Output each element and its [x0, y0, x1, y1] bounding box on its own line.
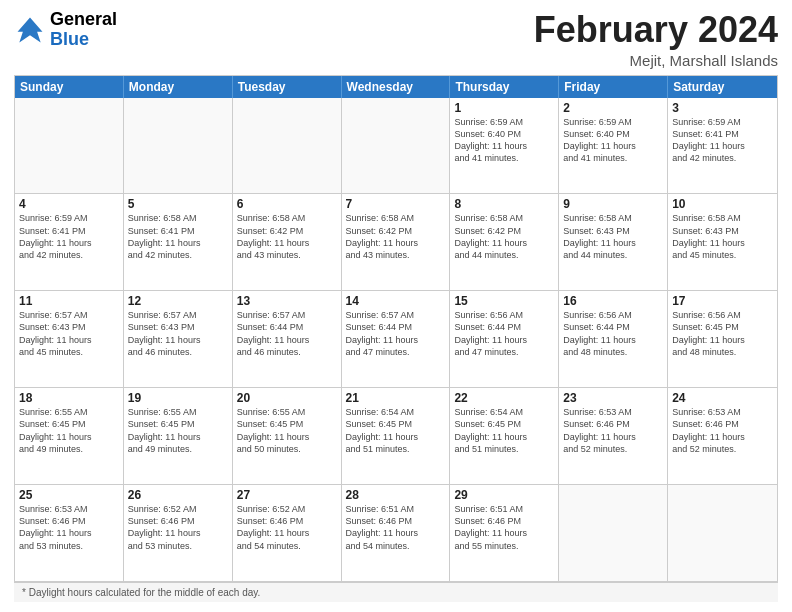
day-detail: Sunrise: 6:54 AM Sunset: 6:45 PM Dayligh… [454, 406, 554, 455]
calendar-day-23: 23Sunrise: 6:53 AM Sunset: 6:46 PM Dayli… [559, 388, 668, 484]
day-number: 11 [19, 294, 119, 308]
day-detail: Sunrise: 6:55 AM Sunset: 6:45 PM Dayligh… [19, 406, 119, 455]
day-detail: Sunrise: 6:56 AM Sunset: 6:44 PM Dayligh… [454, 309, 554, 358]
day-number: 10 [672, 197, 773, 211]
day-detail: Sunrise: 6:58 AM Sunset: 6:42 PM Dayligh… [454, 212, 554, 261]
calendar-day-5: 5Sunrise: 6:58 AM Sunset: 6:41 PM Daylig… [124, 194, 233, 290]
calendar-day-empty [559, 485, 668, 581]
calendar-day-16: 16Sunrise: 6:56 AM Sunset: 6:44 PM Dayli… [559, 291, 668, 387]
weekday-header-thursday: Thursday [450, 76, 559, 98]
location: Mejit, Marshall Islands [534, 52, 778, 69]
page: General Blue February 2024 Mejit, Marsha… [0, 0, 792, 612]
day-number: 18 [19, 391, 119, 405]
calendar-day-empty [233, 98, 342, 194]
calendar-day-empty [15, 98, 124, 194]
weekday-header-sunday: Sunday [15, 76, 124, 98]
calendar-day-13: 13Sunrise: 6:57 AM Sunset: 6:44 PM Dayli… [233, 291, 342, 387]
calendar-day-25: 25Sunrise: 6:53 AM Sunset: 6:46 PM Dayli… [15, 485, 124, 581]
calendar-week-5: 25Sunrise: 6:53 AM Sunset: 6:46 PM Dayli… [15, 484, 777, 581]
calendar-day-17: 17Sunrise: 6:56 AM Sunset: 6:45 PM Dayli… [668, 291, 777, 387]
header: General Blue February 2024 Mejit, Marsha… [14, 10, 778, 69]
weekday-header-monday: Monday [124, 76, 233, 98]
note-row: * Daylight hours calculated for the midd… [14, 582, 778, 602]
day-number: 28 [346, 488, 446, 502]
day-detail: Sunrise: 6:51 AM Sunset: 6:46 PM Dayligh… [454, 503, 554, 552]
calendar-day-28: 28Sunrise: 6:51 AM Sunset: 6:46 PM Dayli… [342, 485, 451, 581]
calendar-week-3: 11Sunrise: 6:57 AM Sunset: 6:43 PM Dayli… [15, 290, 777, 387]
day-number: 23 [563, 391, 663, 405]
svg-marker-0 [18, 17, 43, 42]
day-detail: Sunrise: 6:57 AM Sunset: 6:44 PM Dayligh… [237, 309, 337, 358]
calendar-day-empty [342, 98, 451, 194]
day-number: 3 [672, 101, 773, 115]
day-number: 7 [346, 197, 446, 211]
title-block: February 2024 Mejit, Marshall Islands [534, 10, 778, 69]
day-number: 13 [237, 294, 337, 308]
calendar-day-11: 11Sunrise: 6:57 AM Sunset: 6:43 PM Dayli… [15, 291, 124, 387]
calendar-day-21: 21Sunrise: 6:54 AM Sunset: 6:45 PM Dayli… [342, 388, 451, 484]
day-detail: Sunrise: 6:53 AM Sunset: 6:46 PM Dayligh… [563, 406, 663, 455]
day-detail: Sunrise: 6:58 AM Sunset: 6:41 PM Dayligh… [128, 212, 228, 261]
day-detail: Sunrise: 6:58 AM Sunset: 6:43 PM Dayligh… [563, 212, 663, 261]
calendar-day-18: 18Sunrise: 6:55 AM Sunset: 6:45 PM Dayli… [15, 388, 124, 484]
day-number: 16 [563, 294, 663, 308]
day-number: 29 [454, 488, 554, 502]
calendar-day-14: 14Sunrise: 6:57 AM Sunset: 6:44 PM Dayli… [342, 291, 451, 387]
logo-icon [14, 14, 46, 46]
day-detail: Sunrise: 6:59 AM Sunset: 6:40 PM Dayligh… [454, 116, 554, 165]
calendar-week-2: 4Sunrise: 6:59 AM Sunset: 6:41 PM Daylig… [15, 193, 777, 290]
day-detail: Sunrise: 6:52 AM Sunset: 6:46 PM Dayligh… [128, 503, 228, 552]
calendar-header: SundayMondayTuesdayWednesdayThursdayFrid… [15, 76, 777, 98]
day-number: 24 [672, 391, 773, 405]
day-number: 12 [128, 294, 228, 308]
calendar-day-1: 1Sunrise: 6:59 AM Sunset: 6:40 PM Daylig… [450, 98, 559, 194]
day-number: 19 [128, 391, 228, 405]
calendar-day-6: 6Sunrise: 6:58 AM Sunset: 6:42 PM Daylig… [233, 194, 342, 290]
calendar-day-10: 10Sunrise: 6:58 AM Sunset: 6:43 PM Dayli… [668, 194, 777, 290]
calendar-day-24: 24Sunrise: 6:53 AM Sunset: 6:46 PM Dayli… [668, 388, 777, 484]
day-detail: Sunrise: 6:57 AM Sunset: 6:43 PM Dayligh… [19, 309, 119, 358]
day-detail: Sunrise: 6:59 AM Sunset: 6:41 PM Dayligh… [19, 212, 119, 261]
day-number: 26 [128, 488, 228, 502]
calendar-week-1: 1Sunrise: 6:59 AM Sunset: 6:40 PM Daylig… [15, 98, 777, 194]
day-number: 5 [128, 197, 228, 211]
day-detail: Sunrise: 6:58 AM Sunset: 6:43 PM Dayligh… [672, 212, 773, 261]
calendar-day-29: 29Sunrise: 6:51 AM Sunset: 6:46 PM Dayli… [450, 485, 559, 581]
logo: General Blue [14, 10, 117, 50]
day-detail: Sunrise: 6:53 AM Sunset: 6:46 PM Dayligh… [672, 406, 773, 455]
calendar-day-12: 12Sunrise: 6:57 AM Sunset: 6:43 PM Dayli… [124, 291, 233, 387]
logo-blue: Blue [50, 30, 117, 50]
weekday-header-tuesday: Tuesday [233, 76, 342, 98]
month-title: February 2024 [534, 10, 778, 50]
day-detail: Sunrise: 6:55 AM Sunset: 6:45 PM Dayligh… [237, 406, 337, 455]
calendar-body: 1Sunrise: 6:59 AM Sunset: 6:40 PM Daylig… [15, 98, 777, 581]
day-detail: Sunrise: 6:53 AM Sunset: 6:46 PM Dayligh… [19, 503, 119, 552]
day-detail: Sunrise: 6:56 AM Sunset: 6:44 PM Dayligh… [563, 309, 663, 358]
day-number: 6 [237, 197, 337, 211]
calendar-day-27: 27Sunrise: 6:52 AM Sunset: 6:46 PM Dayli… [233, 485, 342, 581]
day-detail: Sunrise: 6:58 AM Sunset: 6:42 PM Dayligh… [346, 212, 446, 261]
calendar-day-empty [124, 98, 233, 194]
weekday-header-saturday: Saturday [668, 76, 777, 98]
calendar-day-3: 3Sunrise: 6:59 AM Sunset: 6:41 PM Daylig… [668, 98, 777, 194]
calendar-day-2: 2Sunrise: 6:59 AM Sunset: 6:40 PM Daylig… [559, 98, 668, 194]
day-number: 4 [19, 197, 119, 211]
calendar-day-22: 22Sunrise: 6:54 AM Sunset: 6:45 PM Dayli… [450, 388, 559, 484]
calendar-day-4: 4Sunrise: 6:59 AM Sunset: 6:41 PM Daylig… [15, 194, 124, 290]
logo-text: General Blue [50, 10, 117, 50]
day-detail: Sunrise: 6:59 AM Sunset: 6:41 PM Dayligh… [672, 116, 773, 165]
day-number: 17 [672, 294, 773, 308]
day-detail: Sunrise: 6:54 AM Sunset: 6:45 PM Dayligh… [346, 406, 446, 455]
day-detail: Sunrise: 6:58 AM Sunset: 6:42 PM Dayligh… [237, 212, 337, 261]
day-number: 22 [454, 391, 554, 405]
calendar: SundayMondayTuesdayWednesdayThursdayFrid… [14, 75, 778, 582]
calendar-day-empty [668, 485, 777, 581]
day-number: 1 [454, 101, 554, 115]
day-number: 9 [563, 197, 663, 211]
calendar-day-9: 9Sunrise: 6:58 AM Sunset: 6:43 PM Daylig… [559, 194, 668, 290]
day-number: 25 [19, 488, 119, 502]
calendar-day-20: 20Sunrise: 6:55 AM Sunset: 6:45 PM Dayli… [233, 388, 342, 484]
calendar-day-7: 7Sunrise: 6:58 AM Sunset: 6:42 PM Daylig… [342, 194, 451, 290]
day-number: 14 [346, 294, 446, 308]
day-detail: Sunrise: 6:57 AM Sunset: 6:43 PM Dayligh… [128, 309, 228, 358]
